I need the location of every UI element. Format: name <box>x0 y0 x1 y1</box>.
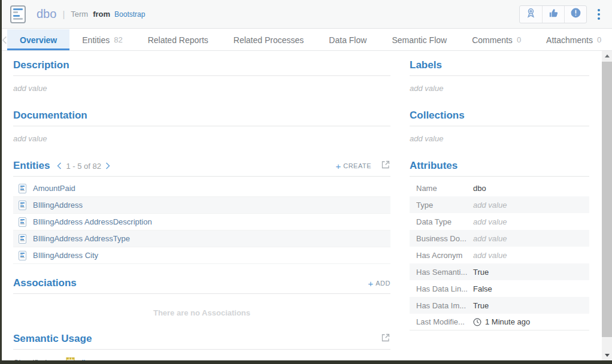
entities-section-header: Entities 1 - 5 of 82 + CREATE <box>13 160 390 177</box>
attributes-section-header: Attributes <box>410 160 589 177</box>
pagination-next-button[interactable] <box>105 162 110 169</box>
tab-comments-count: 0 <box>517 35 521 44</box>
labels-add-value[interactable]: add value <box>410 76 589 93</box>
overview-panel: Description add value Documentation add … <box>2 51 602 360</box>
description-section-header: Description <box>13 59 390 76</box>
attribute-label: Has Acronym <box>416 251 473 260</box>
triangle-up-icon <box>605 54 610 57</box>
attribute-label: Has Data Lin... <box>416 284 473 293</box>
semantic-usage-expand-button[interactable] <box>381 333 390 345</box>
tab-related-processes[interactable]: Related Processes <box>221 29 317 50</box>
tab-bar: Overview Entities 82 Related Reports Rel… <box>2 29 612 51</box>
attribute-add-value[interactable]: add value <box>473 201 507 210</box>
documentation-section-header: Documentation <box>13 110 390 126</box>
labels-section-header: Labels <box>410 59 589 76</box>
entity-icon <box>19 251 26 260</box>
scroll-up-button[interactable] <box>602 51 612 61</box>
scroll-down-button[interactable] <box>602 350 612 360</box>
attribute-label: Business Do... <box>416 234 473 243</box>
tab-attachments-count: 0 <box>597 35 601 44</box>
attribute-value: dbo <box>473 184 486 193</box>
tab-attachments[interactable]: Attachments 0 <box>534 29 612 50</box>
entity-row[interactable]: BIllingAddress <box>13 197 390 214</box>
entity-row[interactable]: BIllingAddress AddressType <box>13 230 390 247</box>
attribute-row-has-semantic: Has Semanti... True <box>410 263 589 280</box>
labels-title: Labels <box>410 59 442 71</box>
attributes-table: Name dbo Type add value Data Type add va… <box>410 180 589 330</box>
associations-section-header: Associations + ADD <box>13 277 390 294</box>
documentation-add-value[interactable]: add value <box>13 126 390 143</box>
tab-comments[interactable]: Comments 0 <box>459 29 534 50</box>
add-association-button[interactable]: + ADD <box>368 279 391 288</box>
attribute-add-value[interactable]: add value <box>473 234 507 243</box>
entity-row[interactable]: AmountPaid <box>13 180 390 197</box>
entity-icon <box>19 217 26 227</box>
entities-expand-button[interactable] <box>381 160 390 172</box>
page-title: dbo <box>37 7 56 21</box>
vertical-scrollbar[interactable] <box>602 51 612 360</box>
create-entity-button[interactable]: + CREATE <box>335 162 371 171</box>
entity-link: AmountPaid <box>33 184 75 193</box>
tab-entities[interactable]: Entities 82 <box>69 29 135 50</box>
entities-title: Entities <box>13 160 50 172</box>
like-button[interactable] <box>542 6 564 23</box>
attribute-label: Last Modifie... <box>416 317 473 326</box>
endorse-button[interactable] <box>520 6 542 23</box>
open-in-new-icon <box>381 333 390 345</box>
triangle-down-icon <box>605 354 610 357</box>
term-icon <box>10 5 26 23</box>
semantic-usage-section-header: Semantic Usage <box>13 333 390 350</box>
attributes-title: Attributes <box>410 160 458 172</box>
attribute-label: Has Data Im... <box>416 301 473 310</box>
header-action-group <box>519 5 587 23</box>
entity-link: BIllingAddress City <box>33 251 98 260</box>
source-link[interactable]: Bootstrap <box>114 10 145 19</box>
pagination-prev-button[interactable] <box>57 162 62 169</box>
thumbs-up-icon <box>548 7 559 21</box>
entity-link: BIllingAddress AddressDescription <box>33 217 152 226</box>
entity-link: BIllingAddress <box>33 201 83 210</box>
attribute-row-has-data-lineage: Has Data Lin... False <box>410 280 589 297</box>
alert-button[interactable] <box>564 6 586 23</box>
entity-header: dbo | Term from Bootstrap <box>2 0 612 29</box>
window-frame-bottom <box>0 360 612 364</box>
award-icon <box>525 7 537 21</box>
description-title: Description <box>13 59 69 71</box>
entity-icon <box>19 234 26 244</box>
plus-icon: + <box>335 162 341 171</box>
entity-row[interactable]: BIllingAddress AddressDescription <box>13 214 390 230</box>
plus-icon: + <box>368 279 374 288</box>
alert-circle-icon <box>570 7 581 21</box>
entity-icon <box>19 184 26 193</box>
attribute-add-value[interactable]: add value <box>473 251 507 260</box>
semantic-usage-title: Semantic Usage <box>13 333 92 345</box>
entity-list: AmountPaid BIllingAddress BIllingAddress… <box>13 180 390 264</box>
associations-empty-message: There are no Associations <box>13 308 390 317</box>
clock-icon <box>473 318 481 326</box>
attribute-add-value[interactable]: add value <box>473 217 507 226</box>
description-add-value[interactable]: add value <box>13 76 390 93</box>
tab-semantic-flow[interactable]: Semantic Flow <box>379 29 459 50</box>
tab-scroll-left-button[interactable] <box>2 29 7 50</box>
overflow-menu-button[interactable] <box>594 7 604 22</box>
attribute-row-business-domain: Business Do... add value <box>410 230 589 247</box>
attribute-row-name: Name dbo <box>410 180 589 196</box>
attribute-row-type: Type add value <box>410 196 589 213</box>
entity-row[interactable]: BIllingAddress City <box>13 247 390 264</box>
tab-entities-count: 82 <box>114 35 122 44</box>
attribute-value: True <box>473 301 489 310</box>
scrollbar-thumb[interactable] <box>602 62 612 337</box>
collections-section-header: Collections <box>410 110 589 126</box>
attribute-label: Data Type <box>416 217 473 226</box>
tab-related-reports[interactable]: Related Reports <box>135 29 221 50</box>
documentation-title: Documentation <box>13 110 87 122</box>
tab-data-flow[interactable]: Data Flow <box>316 29 379 50</box>
window-frame-left <box>0 0 2 364</box>
attribute-label: Name <box>416 184 473 193</box>
attribute-label: Has Semanti... <box>416 268 473 277</box>
entity-icon <box>19 201 26 210</box>
collections-add-value[interactable]: add value <box>410 126 589 143</box>
tab-overview[interactable]: Overview <box>7 29 69 50</box>
attribute-row-last-modified: Last Modifie... 1 Minute ago <box>410 314 589 330</box>
collections-title: Collections <box>410 110 465 122</box>
